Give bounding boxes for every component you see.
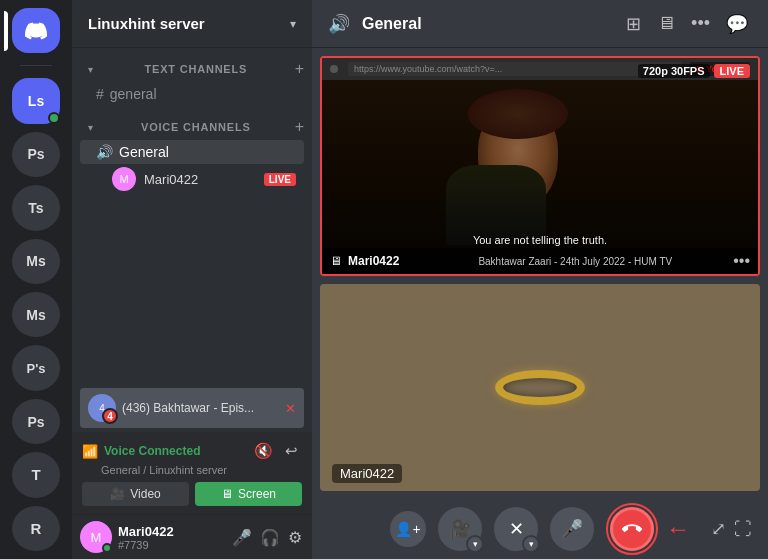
voice-mute-icon[interactable]: 🔇 xyxy=(250,440,277,462)
notification-close-icon[interactable]: ✕ xyxy=(285,401,296,416)
server-icon-ls[interactable]: Ls xyxy=(12,78,60,123)
camera-view: Mari0422 xyxy=(320,284,760,491)
voice-connected-text: Voice Connected xyxy=(104,444,200,458)
fullscreen-button[interactable]: ⛶ xyxy=(734,518,752,540)
server-icons-list: Ls Ps Ts Ms Ms P's Ps T R xyxy=(0,0,72,559)
mic-button[interactable]: 🎤 xyxy=(550,507,594,551)
text-channels-section: ▾ TEXT CHANNELS + # general xyxy=(72,56,312,106)
screen-label: Screen xyxy=(238,487,276,501)
voice-channels-header[interactable]: ▾ VOICE CHANNELS + xyxy=(72,114,312,140)
server-icon-label: Ls xyxy=(28,93,44,109)
server-icon-ts[interactable]: Ts xyxy=(12,185,60,230)
stream-quality-badge: 720p 30FPS LIVE xyxy=(638,64,750,78)
voice-footer: 📶 Voice Connected 🔇 ↩ General / Linuxhin… xyxy=(72,432,312,514)
server-icon-label: Ms xyxy=(26,307,45,323)
main-content: 🔊 General ⊞ 🖥 ••• 💬 720p 30FPS LIVE ht xyxy=(312,0,768,559)
channel-item-general-voice[interactable]: 🔊 General xyxy=(80,140,304,164)
voice-user-mari0422[interactable]: M Mari0422 LIVE xyxy=(80,164,304,194)
voice-user-avatar-text: M xyxy=(119,173,128,185)
user-info: Mari0422 #7739 xyxy=(118,524,224,551)
mic-icon: 🎤 xyxy=(561,518,583,540)
settings-button[interactable]: ⚙ xyxy=(286,526,304,549)
server-icon-ps3[interactable]: Ps xyxy=(12,399,60,444)
user-avatar: M xyxy=(80,521,112,553)
notification-label: (436) Bakhtawar - Epis... xyxy=(122,401,279,415)
server-name: Linuxhint server xyxy=(88,15,205,32)
browser-dots xyxy=(330,65,338,73)
add-voice-channel-button[interactable]: + xyxy=(295,118,304,136)
server-icon-r[interactable]: R xyxy=(12,506,60,551)
voice-disconnect-icon[interactable]: ↩ xyxy=(281,440,302,462)
notification-info: (436) Bakhtawar - Epis... xyxy=(122,401,279,415)
stream-user-label: Mari0422 xyxy=(348,254,472,268)
signal-icon: 📶 xyxy=(82,444,98,459)
server-icon-label: R xyxy=(31,520,42,537)
voice-channels-label: VOICE CHANNELS xyxy=(141,121,251,133)
person-body xyxy=(446,165,546,245)
channel-name-general-voice: General xyxy=(119,144,296,160)
server-icon-label: Ts xyxy=(28,200,43,216)
voice-connected-row: 📶 Voice Connected 🔇 ↩ xyxy=(82,440,302,462)
expand-button[interactable]: ⤢ xyxy=(711,518,726,540)
stop-stream-button[interactable]: ✕ ▾ xyxy=(494,507,538,551)
mic-toggle-button[interactable]: 🎤 xyxy=(230,526,254,549)
voice-user-name: Mari0422 xyxy=(144,172,256,187)
bracelet xyxy=(495,370,585,405)
main-channel-title: General xyxy=(362,15,614,33)
monitor-button[interactable]: 🖥 xyxy=(653,9,679,38)
bottom-controls: 👤+ 🎥 ▾ ✕ ▾ 🎤 ← ⤢ ⛶ xyxy=(312,499,768,559)
username: Mari0422 xyxy=(118,524,224,539)
server-icon-label: Ps xyxy=(27,146,44,162)
voice-user-avatar: M xyxy=(112,167,136,191)
video-button[interactable]: 🎥 Video xyxy=(82,482,189,506)
server-icon-ms2[interactable]: Ms xyxy=(12,292,60,337)
screen-icon: 🖥 xyxy=(221,487,233,501)
voice-status: 📶 Voice Connected xyxy=(82,444,250,459)
stream-badge: ▾ xyxy=(522,535,540,553)
server-icon-ps2[interactable]: P's xyxy=(12,345,60,390)
hangup-button[interactable] xyxy=(610,507,654,551)
camera-user-label: Mari0422 xyxy=(332,464,402,483)
server-icon-home[interactable] xyxy=(12,8,60,53)
stream-more-button[interactable]: ••• xyxy=(733,252,750,270)
channel-sidebar: Linuxhint server ▾ ▾ TEXT CHANNELS + # g… xyxy=(72,0,312,559)
add-text-channel-button[interactable]: + xyxy=(295,60,304,78)
person-hair xyxy=(468,89,568,139)
text-channels-label: TEXT CHANNELS xyxy=(144,63,247,75)
jewelry-item xyxy=(495,370,585,405)
stream-monitor-icon: 🖥 xyxy=(330,254,342,268)
screen-share-view: 720p 30FPS LIVE https://www.youtube.com/… xyxy=(320,56,760,276)
server-header[interactable]: Linuxhint server ▾ xyxy=(72,0,312,48)
user-avatar-text: M xyxy=(91,530,102,545)
server-icon-ps1[interactable]: Ps xyxy=(12,132,60,177)
user-status-dot xyxy=(102,543,112,553)
screen-share-button[interactable]: 🖥 Screen xyxy=(195,482,302,506)
video-content-area: You are not telling the truth. xyxy=(322,80,758,274)
video-icon: 🎥 xyxy=(110,487,125,501)
more-options-button[interactable]: ••• xyxy=(687,9,714,38)
main-header: 🔊 General ⊞ 🖥 ••• 💬 xyxy=(312,0,768,48)
live-stream-badge: LIVE xyxy=(714,64,750,78)
notification-banner[interactable]: 4 4 (436) Bakhtawar - Epis... ✕ xyxy=(80,388,304,428)
user-discriminator: #7739 xyxy=(118,539,224,551)
grid-view-button[interactable]: ⊞ xyxy=(622,9,645,39)
channel-list: ▾ TEXT CHANNELS + # general ▾ VOICE CHAN… xyxy=(72,48,312,384)
server-icon-label: T xyxy=(31,466,40,483)
add-user-button[interactable]: 👤+ xyxy=(390,511,426,547)
hashtag-icon: # xyxy=(96,86,104,102)
bottom-right-controls: ⤢ ⛶ xyxy=(711,518,752,540)
server-icon-ms1[interactable]: Ms xyxy=(12,239,60,284)
camera-content xyxy=(320,284,760,491)
phone-icon xyxy=(622,519,642,539)
channel-item-general-text[interactable]: # general xyxy=(80,82,304,106)
server-icon-label: Ms xyxy=(26,253,45,269)
text-channels-header[interactable]: ▾ TEXT CHANNELS + xyxy=(72,56,312,82)
camera-toggle-button[interactable]: 🎥 ▾ xyxy=(438,507,482,551)
headset-toggle-button[interactable]: 🎧 xyxy=(258,526,282,549)
user-area: M Mari0422 #7739 🎤 🎧 ⚙ xyxy=(72,514,312,559)
server-icon-t[interactable]: T xyxy=(12,452,60,497)
chat-toggle-button[interactable]: 💬 xyxy=(722,9,752,39)
live-badge: LIVE xyxy=(264,173,296,186)
hangup-highlight xyxy=(606,503,658,555)
video-label: Video xyxy=(130,487,160,501)
